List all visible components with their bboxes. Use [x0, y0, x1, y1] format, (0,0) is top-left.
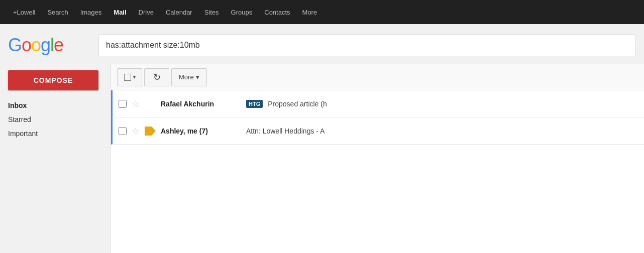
nav-item-groups[interactable]: Groups [226, 0, 258, 24]
email-checkbox-2[interactable] [119, 127, 127, 135]
sidebar-item-important[interactable]: Important [0, 126, 111, 141]
nav-item-sites[interactable]: Sites [199, 0, 224, 24]
refresh-button[interactable]: ↻ [144, 68, 169, 86]
email-checkbox-1[interactable] [119, 100, 127, 108]
header: Google [0, 24, 644, 64]
refresh-icon: ↻ [153, 72, 161, 83]
nav-item-contacts[interactable]: Contacts [259, 0, 295, 24]
star-icon-2[interactable]: ☆ [132, 125, 140, 137]
htg-badge-1: HTG [246, 100, 263, 108]
tag-icon-2 [145, 126, 156, 136]
content-area: ▾ ↻ More ▾ ☆ Rafael Akchurin HTG Propose… [111, 64, 644, 253]
sidebar-item-starred[interactable]: Starred [0, 112, 111, 126]
nav-item-search[interactable]: Search [42, 0, 73, 24]
sidebar: COMPOSE Inbox Starred Important [0, 64, 111, 253]
email-subject-2: Attn: Lowell Heddings - A [246, 127, 325, 135]
dropdown-arrow-icon: ▾ [133, 74, 136, 80]
sender-name-2: Ashley, me (7) [161, 127, 241, 135]
main-container: COMPOSE Inbox Starred Important ▾ ↻ More… [0, 64, 644, 253]
search-input[interactable] [98, 34, 636, 56]
google-logo: Google [8, 35, 88, 56]
nav-item-calendar[interactable]: Calendar [161, 0, 197, 24]
nav-item-images[interactable]: Images [75, 0, 107, 24]
select-all-button[interactable]: ▾ [117, 68, 142, 86]
nav-item-more[interactable]: More [297, 0, 323, 24]
email-row[interactable]: ☆ Ashley, me (7) Attn: Lowell Heddings -… [111, 117, 644, 145]
checkbox-icon [124, 74, 131, 81]
email-row[interactable]: ☆ Rafael Akchurin HTG Proposed article (… [111, 90, 644, 117]
sidebar-item-inbox[interactable]: Inbox [0, 98, 111, 112]
top-navigation: +Lowell Search Images Mail Drive Calenda… [0, 0, 644, 24]
sender-name-1: Rafael Akchurin [161, 100, 241, 108]
compose-button[interactable]: COMPOSE [8, 70, 98, 90]
nav-item-drive[interactable]: Drive [134, 0, 159, 24]
more-button[interactable]: More ▾ [171, 68, 207, 86]
svg-marker-0 [145, 126, 156, 136]
toolbar: ▾ ↻ More ▾ [111, 64, 644, 90]
nav-item-lowell[interactable]: +Lowell [8, 0, 40, 24]
email-subject-1: Proposed article (h [268, 100, 327, 108]
search-bar [98, 34, 636, 56]
star-icon-1[interactable]: ☆ [132, 98, 140, 109]
nav-item-mail[interactable]: Mail [109, 0, 131, 24]
email-list: ☆ Rafael Akchurin HTG Proposed article (… [111, 90, 644, 145]
more-arrow-icon: ▾ [196, 73, 199, 81]
more-label: More [179, 73, 194, 81]
